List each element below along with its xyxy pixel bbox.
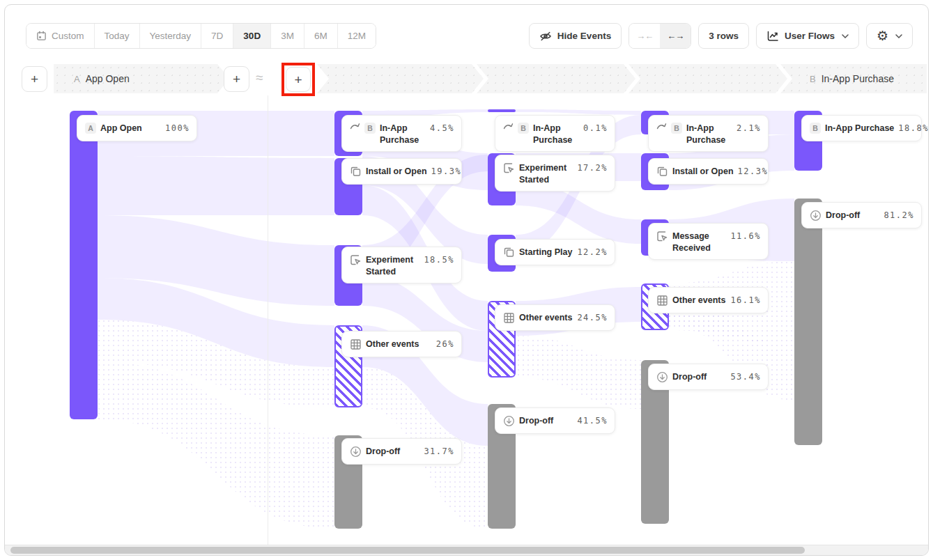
flow-node-card-experiment-started[interactable]: Experiment Started17.2% <box>495 155 615 192</box>
date-range-12m[interactable]: 12M <box>338 24 376 48</box>
event-label: Experiment Started <box>519 162 568 186</box>
date-range-6m[interactable]: 6M <box>304 24 338 48</box>
date-range-label: 12M <box>348 31 366 41</box>
percent-value: 26% <box>436 339 454 349</box>
event-label: Install or Open <box>672 166 734 178</box>
date-range-label: 7D <box>211 31 223 41</box>
add-step-highlighted-button[interactable]: + <box>286 67 311 92</box>
rows-button[interactable]: 3 rows <box>698 23 749 49</box>
conversion-arrow-icon <box>503 123 514 130</box>
flow-node-card-other-events[interactable]: Other events24.5% <box>495 304 615 331</box>
flow-node-card-other-events[interactable]: Other events16.1% <box>648 287 769 313</box>
event-label: Other events <box>672 295 726 306</box>
percent-value: 41.5% <box>577 415 608 426</box>
step-band-2[interactable] <box>317 64 484 93</box>
click-icon <box>503 162 515 174</box>
hide-events-button[interactable]: Hide Events <box>529 23 622 49</box>
expand-columns-button[interactable]: ←→ <box>660 24 691 48</box>
event-label: In-App Purchase <box>533 123 579 146</box>
percent-value: 17.2% <box>577 162 608 173</box>
event-letter-badge: B <box>364 123 376 134</box>
event-label: Drop-off <box>826 210 879 221</box>
chevron-down-icon <box>842 34 849 38</box>
flow-node-card-install-or-open[interactable]: Install or Open19.3% <box>341 158 462 185</box>
percent-value: 81.2% <box>884 210 914 220</box>
flow-ribbons <box>5 95 929 552</box>
step-band-start[interactable]: A App Open <box>54 64 229 93</box>
horizontal-scrollbar[interactable] <box>5 545 928 555</box>
view-selector-button[interactable]: User Flows <box>756 23 859 49</box>
flow-node-card-in-app-purchase[interactable]: BIn-App Purchase2.1% <box>648 115 769 152</box>
arrows-inward-icon: →← <box>636 31 653 41</box>
step-end-label: In-App Purchase <box>822 73 894 84</box>
scrollbar-thumb[interactable] <box>10 547 805 554</box>
flow-bar-drop-off[interactable] <box>794 199 822 445</box>
percent-value: 19.3% <box>431 166 462 176</box>
percent-value: 2.1% <box>737 123 761 133</box>
flow-node-card-drop-off[interactable]: Drop-off41.5% <box>495 407 615 434</box>
date-range-today[interactable]: Today <box>95 24 140 48</box>
event-label: Other events <box>519 312 573 324</box>
flow-node-card-drop-off[interactable]: Drop-off53.4% <box>648 364 769 390</box>
install-icon <box>656 166 668 178</box>
chevron-down-icon <box>895 34 902 38</box>
flow-node-card-other-events[interactable]: Other events26% <box>341 331 462 357</box>
date-range-7d[interactable]: 7D <box>201 24 233 48</box>
event-letter-badge: A <box>85 123 96 134</box>
step-band-end[interactable]: B In-App Purchase <box>780 64 927 93</box>
click-icon <box>656 231 668 242</box>
flow-node-card-in-app-purchase[interactable]: BIn-App Purchase18.8% <box>801 115 922 141</box>
conversion-arrow-icon <box>656 123 667 130</box>
user-flows-icon <box>766 31 779 42</box>
dropoff-icon <box>350 446 362 458</box>
percent-value: 4.5% <box>430 123 454 133</box>
step-start-label: App Open <box>86 73 130 84</box>
flow-node-card-install-or-open[interactable]: Install or Open12.3% <box>648 158 769 185</box>
date-range-label: 6M <box>314 31 327 41</box>
percent-value: 0.1% <box>583 123 608 133</box>
date-range-label: Today <box>105 31 130 41</box>
date-range-3m[interactable]: 3M <box>271 24 304 48</box>
dropoff-icon <box>656 371 668 383</box>
date-range-label: 30D <box>243 31 261 41</box>
step-letter: B <box>810 74 816 84</box>
percent-value: 12.2% <box>577 247 608 257</box>
flow-node-card-drop-off[interactable]: Drop-off31.7% <box>341 438 462 465</box>
grid-icon <box>503 312 515 324</box>
flow-bar-in-app-purchase[interactable] <box>488 109 516 112</box>
add-step-before-button[interactable]: + <box>22 66 47 92</box>
date-range-label: 3M <box>281 31 294 41</box>
flow-node-card-app-open[interactable]: AApp Open100% <box>77 115 197 141</box>
date-range-custom[interactable]: Custom <box>26 24 95 48</box>
collapse-columns-button[interactable]: →← <box>629 24 660 48</box>
percent-value: 16.1% <box>730 295 761 305</box>
flow-node-card-drop-off[interactable]: Drop-off81.2% <box>801 202 922 228</box>
install-icon <box>503 247 515 258</box>
grid-icon <box>350 339 362 350</box>
flow-node-card-starting-play[interactable]: Starting Play12.2% <box>495 239 615 265</box>
settings-button[interactable]: ⚙ <box>866 23 913 49</box>
date-range-30d[interactable]: 30D <box>233 24 271 48</box>
user-flows-panel: CustomTodayYesterday7D30D3M6M12M Hide Ev… <box>4 4 929 556</box>
step-band-4[interactable] <box>629 64 787 93</box>
add-step-middle-button[interactable]: + <box>224 66 249 92</box>
flow-bar-app-open[interactable] <box>70 111 98 419</box>
step-band-3[interactable] <box>477 64 635 93</box>
event-label: In-App Purchase <box>825 123 894 134</box>
calendar-icon <box>36 31 47 41</box>
flow-node-card-in-app-purchase[interactable]: BIn-App Purchase4.5% <box>341 115 462 152</box>
flow-node-card-message-received[interactable]: Message Received11.6% <box>648 223 769 260</box>
flow-node-card-experiment-started[interactable]: Experiment Started18.5% <box>341 247 462 283</box>
spacing-toggle: →← ←→ <box>629 23 691 49</box>
event-label: Experiment Started <box>366 254 415 278</box>
percent-value: 11.6% <box>730 231 761 241</box>
percent-value: 100% <box>165 123 190 133</box>
click-icon <box>350 254 362 266</box>
flow-node-card-in-app-purchase[interactable]: BIn-App Purchase0.1% <box>495 115 615 152</box>
percent-value: 12.3% <box>738 166 769 176</box>
date-range-control: CustomTodayYesterday7D30D3M6M12M <box>26 23 376 49</box>
step-divider-line <box>268 95 268 549</box>
date-range-yesterday[interactable]: Yesterday <box>140 24 202 48</box>
arrows-outward-icon: ←→ <box>667 31 684 41</box>
event-label: Drop-off <box>519 415 573 427</box>
